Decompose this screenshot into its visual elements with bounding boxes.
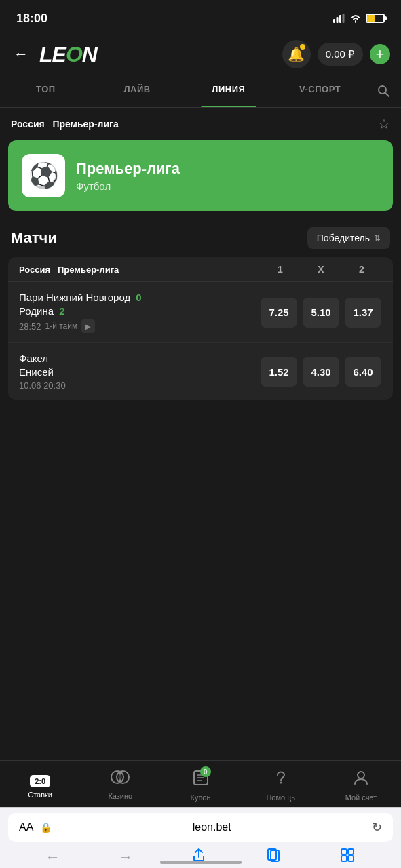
account-label: Мой счет: [345, 793, 377, 802]
tab-live[interactable]: ЛАЙВ: [92, 75, 183, 107]
svg-point-12: [280, 782, 282, 784]
home-indicator: [160, 861, 242, 864]
odd-x-btn[interactable]: 5.10: [303, 298, 339, 328]
team2-row-2: Енисей: [19, 366, 260, 378]
balance-text: 0.00 ₽: [326, 48, 355, 60]
team1-name-2: Факел: [19, 353, 48, 364]
balance-button[interactable]: 0.00 ₽: [318, 43, 363, 66]
coupon-label: Купон: [190, 793, 210, 802]
account-icon: [352, 769, 370, 791]
logo: LEON: [39, 42, 97, 67]
browser-aa[interactable]: AA: [19, 821, 33, 833]
browser-back-button[interactable]: ←: [45, 848, 60, 866]
match-columns: 1 X 2: [260, 264, 382, 275]
signal-icon: [333, 14, 345, 23]
tab-line[interactable]: ЛИНИЯ: [183, 75, 275, 107]
status-time: 18:00: [16, 12, 47, 26]
svg-rect-19: [348, 856, 354, 861]
odd-1-btn-2[interactable]: 1.52: [261, 357, 297, 387]
match-odds-2: 1.52 4.30 6.40: [260, 357, 382, 387]
matches-title: Матчи: [11, 229, 57, 247]
sort-icon: ⇅: [374, 233, 381, 243]
svg-rect-2: [339, 15, 341, 23]
browser-tabs-button[interactable]: [339, 847, 356, 867]
match-table: Россия Премьер-лига 1 X 2 Пари Нижний Но…: [8, 257, 393, 400]
browser-url-text: leon.bet: [58, 821, 365, 833]
bottom-nav: 2:0 Ставки Казино 0 Купон: [0, 760, 401, 807]
header-actions: 🔔 0.00 ₽ +: [282, 40, 390, 68]
svg-rect-0: [333, 19, 335, 23]
favorite-button[interactable]: ☆: [378, 116, 390, 132]
status-bar: 18:00: [0, 0, 401, 34]
bottom-nav-account[interactable]: Мой счет: [321, 766, 401, 804]
team1-score: 0: [136, 292, 147, 303]
bell-button[interactable]: 🔔: [282, 40, 311, 68]
logo-text: LEON: [39, 42, 97, 67]
team2-score: 2: [59, 305, 70, 317]
bottom-nav-bets[interactable]: 2:0 Ставки: [0, 766, 80, 804]
coupon-badge: 0: [200, 766, 211, 777]
live-badge: 1-й тайм: [45, 321, 78, 331]
bottom-nav-casino[interactable]: Казино: [80, 766, 160, 804]
wifi-icon: [349, 14, 362, 23]
tab-vsport[interactable]: V-СПОРТ: [274, 75, 366, 107]
bottom-nav-help[interactable]: Помощь: [241, 766, 321, 804]
search-icon: [377, 84, 390, 98]
svg-line-5: [385, 93, 389, 96]
league-icon: ⚽: [22, 154, 65, 197]
match-time-1: 28:52 1-й тайм ▶: [19, 319, 260, 333]
match-table-header: Россия Премьер-лига 1 X 2: [8, 257, 393, 282]
browser-url-bar[interactable]: AA 🔒 leon.bet ↻: [8, 813, 393, 842]
match-teams-2: Факел Енисей 10.06 20:30: [19, 353, 260, 391]
nav-tabs: ТОП ЛАЙВ ЛИНИЯ V-СПОРТ: [0, 75, 401, 108]
svg-rect-16: [341, 849, 347, 854]
play-icon[interactable]: ▶: [81, 319, 95, 333]
odd-2-btn[interactable]: 1.37: [345, 298, 381, 328]
browser-share-button[interactable]: [191, 847, 207, 867]
odd-x-btn-2[interactable]: 4.30: [303, 357, 339, 387]
bell-dot: [300, 44, 305, 50]
back-button[interactable]: ←: [11, 43, 31, 66]
league-banner[interactable]: ⚽ Премьер-лига Футбол: [8, 140, 393, 211]
breadcrumb-text: Россия Премьер-лига: [11, 119, 119, 130]
svg-rect-1: [337, 17, 339, 23]
casino-label: Казино: [108, 792, 132, 800]
winner-filter-button[interactable]: Победитель ⇅: [307, 227, 390, 249]
league-sport: Футбол: [76, 180, 180, 192]
team1-name: Пари Нижний Новгород: [19, 292, 130, 303]
header: ← LEON 🔔 0.00 ₽ +: [0, 34, 401, 75]
browser-refresh-button[interactable]: ↻: [372, 820, 382, 835]
browser-bookmarks-button[interactable]: [265, 847, 282, 867]
browser-bar: AA 🔒 leon.bet ↻ ← →: [0, 807, 401, 868]
battery-icon: [366, 14, 385, 23]
tab-top[interactable]: ТОП: [0, 75, 92, 107]
league-info: Премьер-лига Футбол: [76, 160, 180, 192]
bottom-nav-coupon[interactable]: 0 Купон: [160, 766, 240, 804]
team2-name-2: Енисей: [19, 366, 54, 378]
odd-1-btn[interactable]: 7.25: [261, 298, 297, 328]
col-x: X: [302, 264, 340, 275]
help-label: Помощь: [266, 793, 295, 802]
match-teams-1: Пари Нижний Новгород 0 Родина 2 28:52 1-…: [19, 292, 260, 333]
casino-icon: [111, 769, 130, 789]
team1-row: Пари Нижний Новгород 0: [19, 292, 260, 303]
svg-rect-18: [341, 856, 347, 861]
team2-name: Родина: [19, 305, 54, 317]
browser-actions: ← →: [8, 847, 393, 867]
coupon-icon: 0: [192, 769, 210, 791]
team1-row-2: Факел: [19, 353, 260, 364]
bets-label: Ставки: [28, 791, 52, 799]
search-button[interactable]: [366, 75, 401, 107]
add-funds-button[interactable]: +: [370, 44, 390, 64]
breadcrumb: Россия Премьер-лига ☆: [0, 108, 401, 140]
browser-forward-button[interactable]: →: [118, 848, 133, 866]
status-icons: [333, 14, 385, 23]
odd-2-btn-2[interactable]: 6.40: [345, 357, 381, 387]
svg-rect-3: [343, 14, 345, 23]
matches-header: Матчи Победитель ⇅: [0, 222, 401, 257]
svg-point-13: [358, 772, 364, 778]
match-odds-1: 7.25 5.10 1.37: [260, 298, 382, 328]
table-row: Пари Нижний Новгород 0 Родина 2 28:52 1-…: [8, 282, 393, 343]
svg-rect-17: [348, 849, 354, 854]
col-2: 2: [343, 264, 381, 275]
